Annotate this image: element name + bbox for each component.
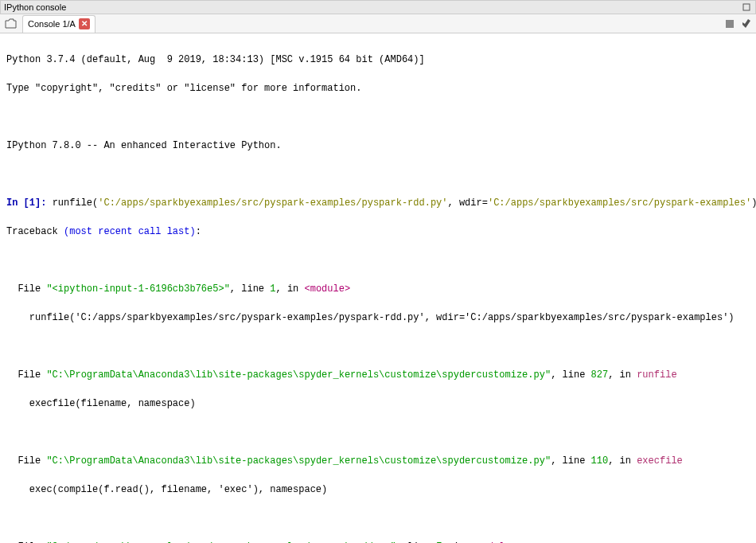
line-num: 110 — [591, 455, 609, 467]
open-folder-icon[interactable] — [3, 16, 19, 32]
runfile-path: 'C:/apps/sparkbyexamples/src/pyspark-exa… — [98, 197, 447, 209]
tabbar: Console 1/A ✕ — [0, 14, 756, 33]
module-name: <module> — [305, 283, 351, 295]
blank-line — [6, 110, 750, 124]
line-num: 827 — [591, 369, 609, 381]
tabbar-right — [723, 17, 753, 31]
prompt-num: 1 — [29, 197, 35, 209]
maximize-icon[interactable] — [741, 2, 752, 13]
traceback-paren: (most recent call last) — [64, 226, 196, 237]
traceback-colon: : — [196, 226, 201, 237]
func-name: runfile — [637, 369, 676, 381]
traceback-header: Traceback (most recent call last): — [6, 225, 750, 239]
traceback-label: Traceback — [6, 226, 64, 237]
python-banner: Type "copyright", "credits" or "license"… — [6, 81, 750, 96]
line-kw: , line — [551, 369, 590, 381]
prompt-end: ]: — [35, 197, 53, 209]
line-kw: , line — [551, 455, 590, 467]
frame-1-body: runfile('C:/apps/sparkbyexamples/src/pys… — [6, 311, 750, 325]
func-name: execfile — [637, 455, 683, 467]
ipython-banner: IPython 7.8.0 -- An enhanced Interactive… — [6, 139, 750, 153]
frame-4-file: File "C:/apps/sparkbyexamples/src/pyspar… — [6, 540, 750, 543]
blank-line — [6, 511, 750, 525]
blank-line — [6, 253, 750, 268]
frame-2-file: File "C:\ProgramData\Anaconda3\lib\site-… — [6, 368, 750, 382]
blank-line — [6, 339, 750, 354]
clear-icon[interactable] — [738, 17, 753, 31]
prompt-in-label: In [ — [6, 197, 29, 209]
line-kw: , line — [230, 283, 270, 295]
in-kw: , in — [608, 369, 637, 381]
svg-rect-0 — [743, 4, 750, 10]
file-path: "C:\ProgramData\Anaconda3\lib\site-packa… — [46, 455, 551, 467]
titlebar: IPython console — [0, 0, 756, 14]
frame-3-file: File "C:\ProgramData\Anaconda3\lib\site-… — [6, 454, 750, 468]
titlebar-title: IPython console — [4, 2, 66, 12]
titlebar-controls — [741, 2, 752, 13]
console-output[interactable]: Python 3.7.4 (default, Aug 9 2019, 18:34… — [0, 33, 756, 543]
tab-label: Console 1/A — [28, 19, 76, 29]
file-kw: File — [6, 369, 46, 381]
file-path: "C:\ProgramData\Anaconda3\lib\site-packa… — [46, 369, 551, 381]
svg-rect-1 — [726, 20, 734, 28]
frame-1-file: File "<ipython-input-1-6196cb3b76e5>", l… — [6, 282, 750, 296]
runfile-wdir-path: 'C:/apps/sparkbyexamples/src/pyspark-exa… — [488, 197, 751, 209]
in-kw: , in — [275, 283, 304, 295]
frame-3-body: exec(compile(f.read(), filename, 'exec')… — [6, 482, 750, 497]
runfile-close: ) — [751, 197, 756, 209]
file-kw: File — [6, 283, 46, 295]
frame-2-body: execfile(filename, namespace) — [6, 397, 750, 411]
runfile-call: runfile( — [53, 197, 99, 209]
tab-close-icon[interactable]: ✕ — [79, 18, 90, 29]
runfile-wdir: , wdir= — [448, 197, 488, 209]
blank-line — [6, 167, 750, 182]
python-version: Python 3.7.4 (default, Aug 9 2019, 18:34… — [6, 53, 750, 67]
stop-icon[interactable] — [723, 17, 737, 31]
tabbar-left: Console 1/A ✕ — [3, 14, 95, 33]
tab-console-1a[interactable]: Console 1/A ✕ — [22, 15, 95, 33]
file-kw: File — [6, 455, 46, 467]
in-1-line: In [1]: runfile('C:/apps/sparkbyexamples… — [6, 196, 750, 210]
blank-line — [6, 425, 750, 439]
file-path: "<ipython-input-1-6196cb3b76e5>" — [46, 283, 229, 295]
in-kw: , in — [608, 455, 637, 467]
